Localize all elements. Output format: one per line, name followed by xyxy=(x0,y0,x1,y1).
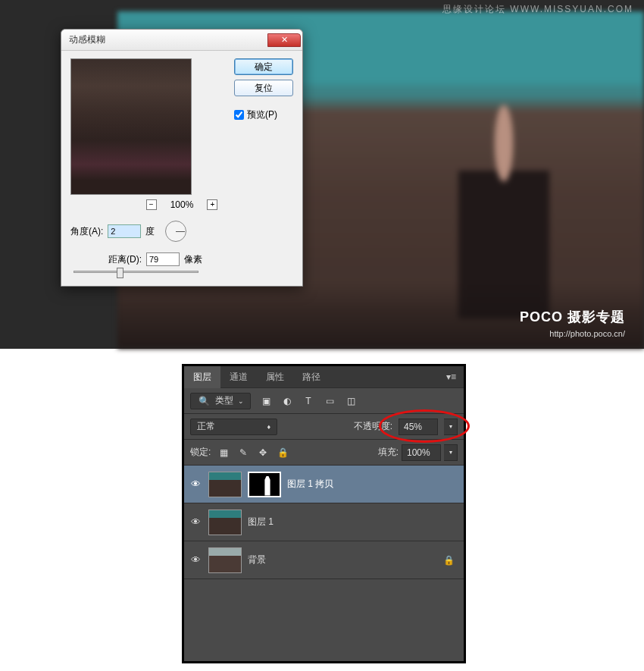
zoom-out-button[interactable]: − xyxy=(146,199,157,210)
layer-row[interactable]: 👁 背景 🔒 xyxy=(184,541,464,579)
distance-unit: 像素 xyxy=(184,253,202,266)
distance-slider[interactable] xyxy=(73,271,199,273)
lock-icon: 🔒 xyxy=(443,555,455,566)
tab-properties[interactable]: 属性 xyxy=(257,366,293,388)
angle-label: 角度(A): xyxy=(70,225,103,238)
watermark-top: 思缘设计论坛 WWW.MISSYUAN.COM xyxy=(442,3,633,16)
blend-mode-dropdown[interactable]: 正常 ♦ xyxy=(190,419,277,435)
lock-transparent-icon[interactable]: ▦ xyxy=(217,447,230,459)
poco-logo: POCO 摄影专题 xyxy=(520,308,625,326)
photo-subject xyxy=(458,102,549,330)
layer-name[interactable]: 图层 1 拷贝 xyxy=(287,478,459,491)
layer-row[interactable]: 👁 图层 1 xyxy=(184,503,464,541)
close-icon: ✕ xyxy=(281,35,288,45)
preview-label: 预览(P) xyxy=(247,108,277,121)
lock-all-icon[interactable]: 🔒 xyxy=(276,447,289,459)
layer-thumbnail[interactable] xyxy=(208,510,242,535)
distance-input[interactable] xyxy=(146,252,180,266)
fill-label: 填充: xyxy=(378,446,399,459)
lock-fill-row: 锁定: ▦ ✎ ✥ 🔒 填充: 100% ▾ xyxy=(184,439,464,465)
angle-wheel[interactable] xyxy=(165,221,186,242)
layer-thumbnail[interactable] xyxy=(208,547,242,573)
tab-channels[interactable]: 通道 xyxy=(220,366,257,388)
filter-shape-icon[interactable]: ▭ xyxy=(324,395,336,407)
lock-position-icon[interactable]: ✥ xyxy=(256,447,270,459)
fill-input[interactable]: 100% xyxy=(402,444,441,461)
filter-adjust-icon[interactable]: ◐ xyxy=(281,395,293,407)
poco-url: http://photo.poco.cn/ xyxy=(549,329,625,338)
dialog-title: 动感模糊 xyxy=(69,33,105,46)
ok-button[interactable]: 确定 xyxy=(234,58,293,75)
fill-dropdown-arrow[interactable]: ▾ xyxy=(444,444,458,461)
layer-name[interactable]: 背景 xyxy=(248,553,437,566)
distance-label: 距离(D): xyxy=(108,253,142,266)
dialog-titlebar[interactable]: 动感模糊 ✕ xyxy=(61,30,302,51)
layer-filter-row: 🔍 类型 ⌄ ▣ ◐ T ▭ ◫ xyxy=(184,387,464,413)
visibility-toggle[interactable]: 👁 xyxy=(189,554,202,566)
layers-panel: 图层 通道 属性 路径 ▾≡ 🔍 类型 ⌄ ▣ ◐ T ▭ ◫ 正常 ♦ 不透明… xyxy=(184,366,464,661)
angle-input[interactable] xyxy=(108,224,141,238)
blend-opacity-row: 正常 ♦ 不透明度: 45% ▾ xyxy=(184,413,464,439)
slider-thumb[interactable] xyxy=(117,268,123,278)
layer-name[interactable]: 图层 1 xyxy=(248,516,459,528)
filter-smart-icon[interactable]: ◫ xyxy=(345,395,357,407)
zoom-in-button[interactable]: + xyxy=(207,199,217,210)
chevron-down-icon: ⌄ xyxy=(238,397,244,405)
lock-label: 锁定: xyxy=(190,446,211,459)
zoom-level: 100% xyxy=(170,199,194,210)
filter-kind-label: 类型 xyxy=(215,394,233,407)
preview-thumbnail xyxy=(70,58,192,195)
opacity-dropdown-arrow[interactable]: ▾ xyxy=(444,419,458,435)
layer-row[interactable]: 👁 图层 1 拷贝 xyxy=(184,466,464,503)
visibility-toggle[interactable]: 👁 xyxy=(189,516,202,528)
opacity-input[interactable]: 45% xyxy=(399,419,438,435)
panel-tabs: 图层 通道 属性 路径 ▾≡ xyxy=(184,366,464,387)
tab-paths[interactable]: 路径 xyxy=(293,366,330,388)
reset-button[interactable]: 复位 xyxy=(234,80,293,96)
opacity-label: 不透明度: xyxy=(354,420,392,433)
layer-thumbnail[interactable] xyxy=(208,472,242,497)
visibility-toggle[interactable]: 👁 xyxy=(189,478,202,490)
layer-mask-thumbnail[interactable] xyxy=(248,472,281,497)
layers-list: 👁 图层 1 拷贝 👁 图层 1 👁 背景 🔒 xyxy=(184,465,464,579)
chevron-down-icon: ♦ xyxy=(267,423,270,431)
filter-type-icon[interactable]: T xyxy=(302,395,314,407)
preview-checkbox[interactable] xyxy=(234,110,244,120)
panel-menu-icon[interactable]: ▾≡ xyxy=(439,372,464,382)
motion-blur-dialog: 动感模糊 ✕ − 100% + 角度(A): 度 距离(D): 像素 xyxy=(61,29,303,287)
search-icon: 🔍 xyxy=(197,396,211,406)
opacity-value: 45% xyxy=(404,422,422,432)
tab-layers[interactable]: 图层 xyxy=(184,366,220,388)
preview-checkbox-row[interactable]: 预览(P) xyxy=(234,108,293,121)
blend-mode-value: 正常 xyxy=(197,420,215,433)
lock-pixels-icon[interactable]: ✎ xyxy=(236,447,250,459)
angle-unit: 度 xyxy=(145,225,155,238)
fill-value: 100% xyxy=(407,447,430,458)
close-button[interactable]: ✕ xyxy=(267,33,301,47)
filter-kind-dropdown[interactable]: 🔍 类型 ⌄ xyxy=(190,393,251,409)
filter-image-icon[interactable]: ▣ xyxy=(260,395,272,407)
